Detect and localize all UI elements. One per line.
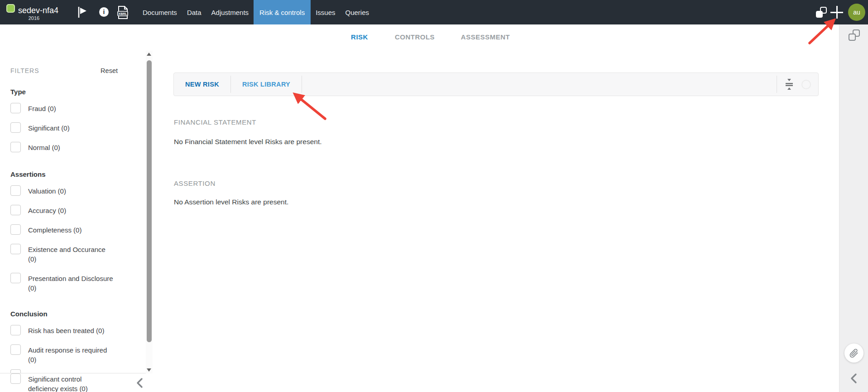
filter-label: Normal (0) <box>28 142 60 152</box>
flag-icon[interactable] <box>77 6 88 18</box>
filters-title: FILTERS <box>10 67 39 74</box>
filters-panel: FILTERS Reset Type Fraud (0) Significant… <box>0 24 153 392</box>
nav-item-risk-and-controls[interactable]: Risk & controls <box>254 0 311 24</box>
filter-option-existence-occurance[interactable]: Existence and Occurance (0) <box>10 244 136 264</box>
filter-label: Existence and Occurance (0) <box>28 244 114 264</box>
checkbox[interactable] <box>10 103 21 113</box>
collapse-right-rail-chevron-icon[interactable] <box>848 373 860 384</box>
scroll-down-arrow-icon[interactable] <box>147 368 151 372</box>
filter-option-completeness[interactable]: Completeness (0) <box>10 224 136 235</box>
paperclip-icon <box>849 348 859 358</box>
filter-group-type: Type <box>10 88 136 96</box>
nav-item-adjustments[interactable]: Adjustments <box>206 0 254 24</box>
checkbox[interactable] <box>10 344 21 355</box>
checkbox[interactable] <box>10 224 21 235</box>
risk-controls-tabbar: RISK CONTROLS ASSESSMENT <box>0 24 839 50</box>
filter-group-conclusion: Conclusion <box>10 310 136 318</box>
filter-option-valuation[interactable]: Valuation (0) <box>10 185 136 196</box>
filter-label: Significant (0) <box>28 122 70 133</box>
collapse-all-icon[interactable] <box>783 78 795 90</box>
filter-label: Significant control deficiency exists (0… <box>28 373 105 392</box>
filter-option-risk-treated[interactable]: Risk has been treated (0) <box>10 325 136 335</box>
engagement-name: sedev-nfa4 <box>18 6 58 15</box>
filter-label: Fraud (0) <box>28 103 56 113</box>
attachments-button[interactable] <box>844 344 863 363</box>
checkbox[interactable] <box>10 373 21 384</box>
new-risk-button[interactable]: NEW RISK <box>174 81 230 88</box>
documents-copy-icon[interactable] <box>849 29 860 41</box>
copy-icon[interactable] <box>816 7 827 18</box>
financial-statement-empty-text: No Financial Statement level Risks are p… <box>174 138 322 146</box>
tab-controls[interactable]: CONTROLS <box>383 24 446 49</box>
filters-reset-button[interactable]: Reset <box>101 67 118 74</box>
checkbox[interactable] <box>10 325 21 335</box>
engagement-year: 2016 <box>18 15 50 21</box>
filter-label: Accuracy (0) <box>28 205 66 215</box>
tab-risk[interactable]: RISK <box>336 24 383 49</box>
scrollbar-thumb[interactable] <box>147 60 152 342</box>
checkbox[interactable] <box>10 122 21 133</box>
filter-option-control-deficiency[interactable]: Significant control deficiency exists (0… <box>10 373 136 392</box>
financial-statement-section-title: FINANCIAL STATEMENT <box>174 118 256 126</box>
filter-label: Audit response is required (0) <box>28 344 114 364</box>
risk-toolbar: NEW RISK RISK LIBRARY <box>173 73 819 96</box>
toolbar-divider <box>302 76 302 93</box>
filter-option-audit-response[interactable]: Audit response is required (0) <box>10 344 136 364</box>
nav-item-queries[interactable]: Queries <box>340 0 374 24</box>
filter-group-assertions: Assertions <box>10 170 136 178</box>
filter-label: Completeness (0) <box>28 224 82 235</box>
checkbox[interactable] <box>10 185 21 196</box>
filter-option-accuracy[interactable]: Accuracy (0) <box>10 205 136 215</box>
risk-library-button[interactable]: RISK LIBRARY <box>231 81 302 88</box>
xbrl-icon[interactable]: XBRL <box>117 6 129 19</box>
copy-icon-front <box>816 11 823 18</box>
toolbar-divider <box>777 76 777 93</box>
scroll-up-arrow-icon[interactable] <box>147 53 151 56</box>
nav-item-data[interactable]: Data <box>182 0 206 24</box>
tab-assessment[interactable]: ASSESSMENT <box>446 24 524 49</box>
filter-option-fraud[interactable]: Fraud (0) <box>10 103 136 113</box>
right-sidebar <box>839 24 868 392</box>
avatar[interactable]: au <box>848 4 865 21</box>
info-icon[interactable]: i <box>99 7 109 17</box>
filters-scrollbar[interactable] <box>146 51 153 373</box>
filter-option-normal[interactable]: Normal (0) <box>10 142 136 152</box>
filter-label: Presentation and Disclosure (0) <box>28 273 114 293</box>
filter-label: Valuation (0) <box>28 185 66 196</box>
checkbox[interactable] <box>10 142 21 152</box>
checkbox[interactable] <box>10 244 21 254</box>
assertion-section-title: ASSERTION <box>174 179 216 187</box>
copy-icon-front <box>849 34 856 41</box>
checkbox[interactable] <box>10 205 21 215</box>
nav-item-issues[interactable]: Issues <box>311 0 340 24</box>
filter-option-presentation-disclosure[interactable]: Presentation and Disclosure (0) <box>10 273 136 293</box>
filter-label: Risk has been treated (0) <box>28 325 104 335</box>
status-circle-icon[interactable] <box>801 80 811 89</box>
filter-option-significant[interactable]: Significant (0) <box>10 122 136 133</box>
app-logo <box>6 4 15 13</box>
add-icon[interactable] <box>830 5 844 19</box>
svg-text:XBRL: XBRL <box>118 12 127 15</box>
main-nav: Documents Data Adjustments Risk & contro… <box>138 0 374 24</box>
collapse-filters-chevron-icon[interactable] <box>134 377 146 389</box>
assertion-empty-text: No Assertion level Risks are present. <box>174 198 288 206</box>
panel-divider <box>0 373 153 373</box>
checkbox-partially-visible[interactable] <box>10 369 21 373</box>
checkbox[interactable] <box>10 273 21 283</box>
nav-item-documents[interactable]: Documents <box>138 0 182 24</box>
top-bar: sedev-nfa4 2016 i XBRL Documents Data Ad… <box>0 0 868 24</box>
